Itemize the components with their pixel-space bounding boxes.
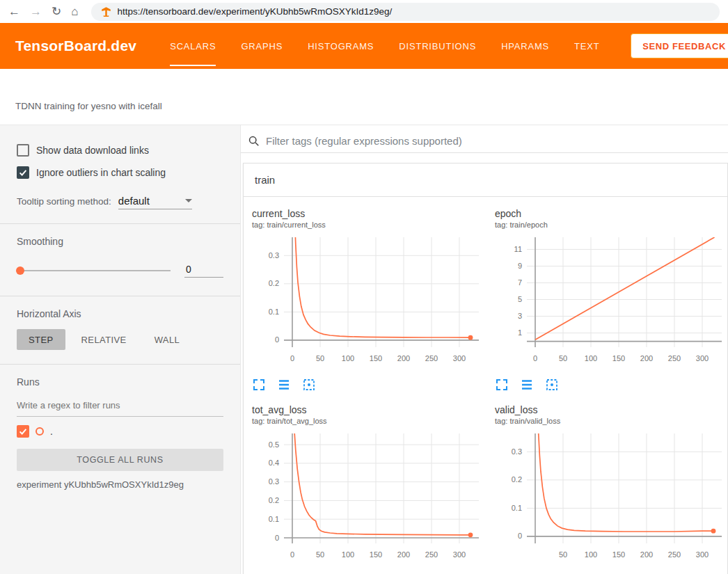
fit-domain-icon[interactable]: [545, 378, 559, 392]
fit-domain-icon[interactable]: [302, 378, 316, 392]
tab-histograms[interactable]: HISTOGRAMS: [308, 23, 374, 69]
svg-text:50: 50: [559, 550, 567, 559]
svg-text:0.5: 0.5: [269, 440, 279, 449]
search-icon: [248, 135, 260, 147]
svg-text:150: 150: [370, 550, 382, 559]
expand-icon[interactable]: [252, 378, 266, 392]
svg-text:150: 150: [370, 354, 382, 362]
chart-epoch: epochtag: train/epoch1357911050100150200…: [495, 208, 728, 394]
forward-icon[interactable]: →: [30, 6, 42, 17]
svg-text:100: 100: [585, 550, 597, 559]
chart-plot[interactable]: 00.10.20.30.40.5050100150200250300: [252, 429, 483, 567]
svg-text:200: 200: [397, 354, 410, 362]
chart-title: tot_avg_loss: [252, 404, 489, 415]
svg-text:0.1: 0.1: [512, 504, 522, 512]
tab-text[interactable]: TEXT: [574, 23, 599, 69]
svg-text:11: 11: [514, 245, 522, 253]
chart-plot[interactable]: 1357911050100150200250300: [495, 233, 726, 371]
chart-tag: tag: train/tot_avg_loss: [252, 417, 489, 425]
send-feedback-button[interactable]: SEND FEEDBACK: [631, 33, 728, 58]
svg-text:300: 300: [696, 550, 709, 559]
divider: [0, 364, 240, 365]
smoothing-slider[interactable]: [17, 270, 171, 271]
svg-text:0.2: 0.2: [269, 496, 279, 504]
svg-text:3: 3: [518, 312, 522, 320]
axis-option-wall[interactable]: WALL: [143, 329, 192, 350]
run-name: .: [50, 426, 53, 437]
experiment-strip: TDNN training for yesno with icefall: [0, 69, 728, 125]
back-icon[interactable]: ←: [8, 6, 20, 17]
tooltip-sorting-select[interactable]: default: [118, 195, 192, 209]
toggle-all-runs-button[interactable]: TOGGLE ALL RUNS: [17, 449, 223, 471]
svg-text:0.2: 0.2: [269, 279, 279, 287]
svg-text:5: 5: [518, 295, 522, 303]
svg-text:200: 200: [640, 550, 653, 559]
svg-text:50: 50: [559, 354, 567, 362]
chart-current_loss: current_losstag: train/current_loss00.10…: [252, 208, 489, 394]
home-icon[interactable]: ⌂: [71, 6, 78, 17]
nav-tabs: SCALARSGRAPHSHISTOGRAMSDISTRIBUTIONSHPAR…: [170, 23, 599, 69]
chart-tag: tag: train/epoch: [495, 221, 728, 229]
horizontal-axis-options: STEPRELATIVEWALL: [17, 329, 223, 350]
tag-group-header[interactable]: train: [244, 164, 727, 197]
reload-icon[interactable]: ↻: [52, 6, 61, 17]
run-row[interactable]: .: [17, 425, 223, 438]
divider: [0, 296, 240, 296]
svg-text:100: 100: [342, 550, 354, 559]
svg-text:0.2: 0.2: [512, 475, 522, 484]
svg-text:0: 0: [290, 354, 294, 362]
experiment-title: TDNN training for yesno with icefall: [15, 101, 728, 111]
tag-group-title: train: [255, 174, 275, 186]
browser-chrome: ← → ↻ ⌂ https://tensorboard.dev/experime…: [0, 0, 728, 23]
url-text: https://tensorboard.dev/experiment/yKUbh…: [118, 6, 393, 17]
svg-text:1: 1: [518, 328, 522, 337]
log-scale-icon[interactable]: [277, 378, 291, 392]
chart-title: current_loss: [252, 208, 489, 219]
svg-text:0: 0: [290, 550, 294, 559]
axis-option-relative[interactable]: RELATIVE: [70, 329, 139, 350]
svg-text:50: 50: [316, 550, 324, 559]
smoothing-slider-thumb[interactable]: [16, 266, 24, 275]
svg-text:300: 300: [453, 354, 466, 362]
ignore-outliers-label: Ignore outliers in chart scaling: [36, 167, 166, 178]
chart-valid_loss: valid_losstag: train/valid_loss00.10.20.…: [495, 404, 728, 574]
chart-title: epoch: [495, 208, 728, 219]
runs-filter-input[interactable]: [17, 396, 223, 417]
tag-filter-row: [241, 125, 728, 153]
ignore-outliers-checkbox[interactable]: [17, 166, 29, 179]
svg-text:0.3: 0.3: [512, 447, 522, 456]
chart-plot[interactable]: 00.10.20.350100150200250300: [495, 429, 726, 567]
smoothing-value[interactable]: 0: [184, 264, 223, 278]
svg-text:200: 200: [640, 354, 653, 362]
runs-label: Runs: [17, 376, 223, 388]
svg-text:0: 0: [275, 534, 279, 542]
tab-hparams[interactable]: HPARAMS: [501, 23, 549, 69]
chart-toolbar: [252, 378, 489, 394]
chart-plot[interactable]: 00.10.20.3050100150200250300: [252, 233, 483, 371]
content-area: Show data download links Ignore outliers…: [0, 125, 728, 574]
divider: [0, 223, 240, 224]
chart-title: valid_loss: [495, 404, 728, 415]
svg-text:150: 150: [612, 550, 625, 559]
run-checkbox[interactable]: [17, 425, 29, 438]
chevron-down-icon: [185, 199, 192, 202]
svg-text:250: 250: [425, 354, 438, 362]
tab-scalars[interactable]: SCALARS: [170, 23, 216, 69]
smoothing-label: Smoothing: [17, 236, 223, 247]
address-bar[interactable]: https://tensorboard.dev/experiment/yKUbh…: [91, 3, 720, 21]
tag-filter-input[interactable]: [266, 135, 728, 147]
tag-group-card: train current_losstag: train/current_los…: [243, 163, 728, 574]
expand-icon[interactable]: [495, 378, 509, 392]
tab-graphs[interactable]: GRAPHS: [241, 23, 283, 69]
tab-distributions[interactable]: DISTRIBUTIONS: [399, 23, 476, 69]
svg-text:250: 250: [668, 550, 681, 559]
chart-tot_avg_loss: tot_avg_losstag: train/tot_avg_loss00.10…: [252, 404, 489, 574]
show-download-checkbox[interactable]: [17, 144, 29, 157]
svg-text:300: 300: [453, 550, 466, 559]
svg-text:0: 0: [275, 335, 279, 344]
show-download-label: Show data download links: [36, 145, 149, 156]
log-scale-icon[interactable]: [520, 378, 534, 392]
svg-text:0.4: 0.4: [269, 459, 279, 467]
main-panel: train current_losstag: train/current_los…: [241, 125, 728, 574]
axis-option-step[interactable]: STEP: [17, 329, 65, 350]
